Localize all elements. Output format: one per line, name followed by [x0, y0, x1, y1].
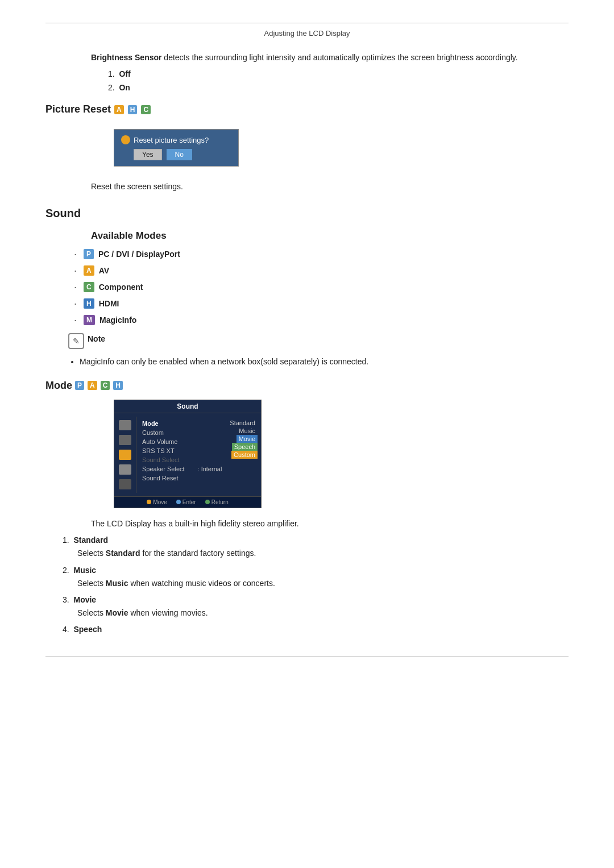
standard-desc-bold: Standard	[106, 549, 140, 558]
bullet-dot-hdmi: ·	[74, 298, 77, 310]
reset-dialog-title: Reset picture settings?	[121, 135, 229, 144]
brightness-on-label: On	[119, 83, 130, 92]
music-label: Music	[73, 566, 96, 575]
option-standard: Standard	[227, 419, 258, 427]
mode-badge-c: C	[84, 282, 94, 292]
sound-menu-body: Mode Custom Auto Volume SRS TS XT Sound …	[114, 413, 261, 496]
mode-badge-p: P	[84, 249, 94, 259]
sound-menu-srstsxt-label: SRS TS XT	[142, 447, 175, 454]
bullet-dot-component: ·	[74, 281, 77, 293]
footer-move: Move	[147, 499, 167, 505]
sound-menu-soundselect-row: Sound Select	[142, 455, 222, 464]
sound-menu-options: Standard Music Movie Speech Custom	[227, 417, 261, 493]
picture-reset-label: Picture Reset	[45, 103, 111, 115]
brightness-sensor-description: Brightness Sensor detects the surroundin…	[91, 51, 569, 64]
footer-return-label: Return	[211, 499, 229, 505]
note-icon: ✎	[68, 333, 84, 349]
sound-icon-5	[119, 479, 131, 489]
sound-icon-3	[119, 450, 131, 460]
footer-enter: Enter	[176, 499, 196, 505]
brightness-off-item: 1. Off	[108, 69, 569, 78]
mode-badge-a2: A	[88, 381, 97, 390]
sound-menu-mode-label: Mode	[142, 420, 159, 427]
mode-badge-a: A	[84, 265, 94, 276]
brightness-off-label: Off	[119, 69, 130, 78]
sound-menu-speakerselect-label: Speaker Select	[142, 466, 185, 472]
footer-enter-label: Enter	[182, 499, 196, 505]
movie-desc-bold: Movie	[106, 608, 128, 617]
standard-item: 1. Standard	[63, 535, 569, 545]
sound-menu-soundreset-label: Sound Reset	[142, 475, 179, 481]
brightness-sensor-bold: Brightness Sensor	[91, 53, 161, 62]
brightness-sensor-text: detects the surrounding light intensity …	[161, 53, 517, 62]
mode-badge-m: M	[84, 315, 95, 325]
reset-description-text: Reset the screen settings.	[91, 180, 569, 193]
option-speech: Speech	[232, 443, 258, 451]
footer-enter-icon	[176, 500, 181, 504]
sound-menu-autovolume-label: Auto Volume	[142, 438, 177, 445]
bullet-dot-av: ·	[74, 265, 77, 277]
badge-a: A	[114, 105, 124, 114]
sound-menu-title: Sound	[114, 400, 261, 413]
available-modes-heading: Available Modes	[91, 230, 569, 242]
sound-menu-autovolume-row: Auto Volume	[142, 437, 222, 446]
sound-menu-icons	[114, 417, 136, 493]
footer-move-label: Move	[153, 499, 167, 505]
music-item: 2. Music	[63, 566, 569, 575]
picture-reset-description: Reset the screen settings.	[91, 180, 569, 193]
option-movie: Movie	[237, 435, 258, 443]
note-box: ✎ Note	[68, 334, 569, 349]
sound-description: The LCD Display has a built-in high fide…	[91, 517, 569, 530]
footer-move-icon	[147, 500, 151, 504]
mode-av-item: · A AV	[74, 265, 569, 277]
movie-item: 3. Movie	[63, 595, 569, 604]
mode-pc-label: PC / DVI / DisplayPort	[98, 250, 180, 259]
movie-desc: Selects Movie when viewing movies.	[77, 607, 569, 619]
mode-badge-h2: H	[113, 381, 123, 390]
note-label: Note	[88, 334, 105, 343]
mode-badge-p2: P	[75, 381, 84, 390]
reset-dialog-text: Reset picture settings?	[134, 136, 209, 144]
standard-desc: Selects Standard for the standard factor…	[77, 547, 569, 559]
brightness-on-item: 2. On	[108, 83, 569, 92]
sound-menu-srstsxt-row: SRS TS XT	[142, 446, 222, 455]
mode-badge-c2: C	[101, 381, 110, 390]
picture-reset-heading: Picture Reset A H C	[45, 103, 569, 115]
sound-menu-custom-label: Custom	[142, 429, 164, 436]
music-desc-bold: Music	[106, 579, 128, 588]
mode-magicinfo-item: · M MagicInfo	[74, 314, 569, 326]
page-title: Adjusting the LCD Display	[264, 29, 350, 38]
sound-footer: Move Enter Return	[114, 496, 261, 508]
reset-dialog-icon	[121, 135, 130, 144]
mode-component-item: · C Component	[74, 281, 569, 293]
mode-pc-item: · P PC / DVI / DisplayPort	[74, 248, 569, 260]
badge-h: H	[128, 105, 138, 114]
footer-return-icon	[205, 500, 210, 504]
reset-yes-button[interactable]: Yes	[134, 149, 162, 160]
mode-badge-h: H	[84, 298, 94, 309]
sound-menu-mode-row: Mode	[142, 419, 222, 428]
sound-menu: Sound Mode Custom Auto Volume	[114, 400, 262, 508]
speech-item: 4. Speech	[63, 625, 569, 634]
mode-hdmi-label: HDMI	[99, 299, 119, 308]
movie-label: Movie	[73, 595, 96, 604]
mode-av-label: AV	[99, 266, 109, 275]
mode-label: Mode	[45, 380, 72, 392]
sound-menu-custom-row: Custom	[142, 428, 222, 437]
bullet-dot-magicinfo: ·	[74, 314, 77, 326]
sound-menu-soundreset-row: Sound Reset	[142, 474, 222, 483]
footer-return: Return	[205, 499, 229, 505]
sound-heading: Sound	[45, 207, 569, 220]
mode-hdmi-item: · H HDMI	[74, 298, 569, 310]
badge-c: C	[141, 105, 151, 114]
speech-label: Speech	[73, 625, 102, 634]
bullet-dot-pc: ·	[74, 248, 77, 260]
standard-label: Standard	[73, 535, 108, 545]
sound-icon-4	[119, 464, 131, 475]
reset-no-button[interactable]: No	[167, 149, 192, 160]
page-header: Adjusting the LCD Display	[45, 23, 569, 38]
mode-heading: Mode P A C H	[45, 380, 569, 392]
mode-magicinfo-label: MagicInfo	[99, 315, 136, 325]
bottom-border	[45, 657, 569, 657]
sound-menu-items: Mode Custom Auto Volume SRS TS XT Sound …	[136, 417, 227, 493]
